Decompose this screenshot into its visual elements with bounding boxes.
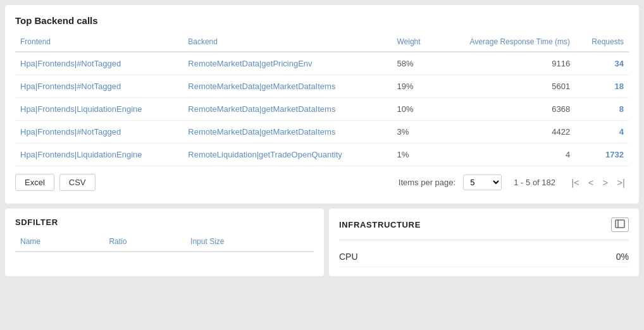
table-row: Hpa|Frontends|#NotTagged RemoteMarketDat… xyxy=(15,121,629,144)
cell-weight: 1% xyxy=(392,144,435,166)
cell-weight: 3% xyxy=(392,121,435,144)
excel-button[interactable]: Excel xyxy=(15,174,54,191)
sdfilter-col-inputsize: Input Size xyxy=(185,235,314,252)
cell-weight: 19% xyxy=(392,75,435,98)
cell-weight: 10% xyxy=(392,98,435,121)
cell-weight: 58% xyxy=(392,52,435,75)
infra-divider xyxy=(339,240,629,240)
infra-header: INFRASTRUCTURE xyxy=(339,217,629,232)
cell-avg-response: 6368 xyxy=(435,98,575,121)
export-buttons: Excel CSV xyxy=(15,174,391,191)
sdfilter-title: SDFILTER xyxy=(15,217,314,227)
pagination-buttons: |< < > >| xyxy=(567,176,629,189)
table-row: Hpa|Frontends|LiquidationEngine RemoteMa… xyxy=(15,98,629,121)
csv-button[interactable]: CSV xyxy=(59,174,96,191)
col-header-frontend: Frontend xyxy=(15,35,183,52)
table-row: Hpa|Frontends|#NotTagged RemoteMarketDat… xyxy=(15,75,629,98)
next-page-button[interactable]: > xyxy=(599,176,612,189)
backend-calls-table: Frontend Backend Weight Average Response… xyxy=(15,35,629,166)
col-header-weight: Weight xyxy=(392,35,435,52)
bottom-row: SDFILTER Name Ratio Input Size INFRASTRU… xyxy=(5,209,639,276)
infra-cpu-label: CPU xyxy=(339,252,358,262)
cell-backend: RemoteLiquidation|getTradeOpenQuantity xyxy=(183,144,392,166)
cell-frontend: Hpa|Frontends|LiquidationEngine xyxy=(15,98,183,121)
cell-requests: 34 xyxy=(575,52,629,75)
expand-icon xyxy=(615,219,625,228)
cell-avg-response: 9116 xyxy=(435,52,575,75)
cell-frontend: Hpa|Frontends|#NotTagged xyxy=(15,52,183,75)
cell-avg-response: 5601 xyxy=(435,75,575,98)
infra-title: INFRASTRUCTURE xyxy=(339,220,421,229)
page-info: 1 - 5 of 182 xyxy=(509,178,560,187)
cell-requests: 1732 xyxy=(575,144,629,166)
infra-expand-button[interactable] xyxy=(611,217,629,232)
table-row: Hpa|Frontends|#NotTagged RemoteMarketDat… xyxy=(15,52,629,75)
infra-cpu-row: CPU 0% xyxy=(339,247,629,267)
sdfilter-table: Name Ratio Input Size xyxy=(15,235,314,252)
sdfilter-col-ratio: Ratio xyxy=(104,235,185,252)
sdfilter-col-name: Name xyxy=(15,235,104,252)
cell-backend: RemoteMarketData|getPricingEnv xyxy=(183,52,392,75)
items-per-page-select[interactable]: 5102050 xyxy=(463,174,502,190)
table-row: Hpa|Frontends|LiquidationEngine RemoteLi… xyxy=(15,144,629,166)
infra-cpu-value: 0% xyxy=(616,252,629,262)
top-backend-calls-panel: Top Backend calls Frontend Backend Weigh… xyxy=(5,5,639,204)
cell-frontend: Hpa|Frontends|#NotTagged xyxy=(15,75,183,98)
panel-title: Top Backend calls xyxy=(15,15,629,26)
cell-requests: 18 xyxy=(575,75,629,98)
cell-requests: 8 xyxy=(575,98,629,121)
col-header-avg-response: Average Response Time (ms) xyxy=(435,35,575,52)
cell-backend: RemoteMarketData|getMarketDataItems xyxy=(183,75,392,98)
sdfilter-panel: SDFILTER Name Ratio Input Size xyxy=(5,209,324,276)
cell-frontend: Hpa|Frontends|LiquidationEngine xyxy=(15,144,183,166)
infrastructure-panel: INFRASTRUCTURE CPU 0% xyxy=(329,209,639,276)
cell-avg-response: 4422 xyxy=(435,121,575,144)
cell-frontend: Hpa|Frontends|#NotTagged xyxy=(15,121,183,144)
prev-page-button[interactable]: < xyxy=(585,176,598,189)
last-page-button[interactable]: >| xyxy=(613,176,629,189)
col-header-backend: Backend xyxy=(183,35,392,52)
col-header-requests: Requests xyxy=(575,35,629,52)
cell-requests: 4 xyxy=(575,121,629,144)
table-footer: Excel CSV Items per page: 5102050 1 - 5 … xyxy=(15,166,629,193)
cell-backend: RemoteMarketData|getMarketDataItems xyxy=(183,121,392,144)
items-per-page-label: Items per page: xyxy=(399,178,455,187)
cell-backend: RemoteMarketData|getMarketDataItems xyxy=(183,98,392,121)
first-page-button[interactable]: |< xyxy=(567,176,583,189)
svg-rect-0 xyxy=(616,220,624,228)
cell-avg-response: 4 xyxy=(435,144,575,166)
